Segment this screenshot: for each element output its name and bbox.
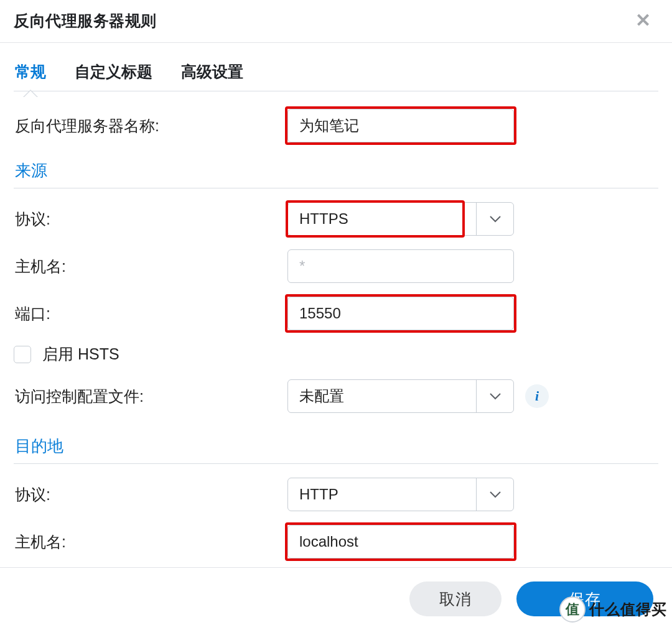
row-dest-protocol: 协议: HTTP bbox=[14, 478, 658, 511]
label-enable-hsts: 启用 HSTS bbox=[42, 344, 119, 364]
section-heading-destination: 目的地 bbox=[14, 435, 658, 457]
row-name: 反向代理服务器名称: bbox=[14, 109, 658, 142]
source-hostname-input[interactable] bbox=[287, 249, 514, 283]
enable-hsts-checkbox[interactable] bbox=[14, 346, 31, 363]
tab-bar: 常规 自定义标题 高级设置 bbox=[14, 62, 658, 91]
reverse-proxy-dialog: 反向代理服务器规则 ✕ 常规 自定义标题 高级设置 反向代理服务器名称: 来源 bbox=[0, 0, 672, 630]
source-protocol-select[interactable]: HTTPS bbox=[287, 202, 514, 236]
dest-protocol-value: HTTP bbox=[288, 486, 476, 503]
label-source-protocol: 协议: bbox=[14, 209, 287, 229]
dialog-body: 常规 自定义标题 高级设置 反向代理服务器名称: 来源 协议: bbox=[0, 43, 672, 567]
chevron-down-icon bbox=[476, 203, 513, 235]
tab-custom-headers[interactable]: 自定义标题 bbox=[73, 62, 154, 91]
chevron-down-icon bbox=[476, 478, 513, 511]
label-name: 反向代理服务器名称: bbox=[14, 116, 287, 136]
cancel-button[interactable]: 取消 bbox=[409, 581, 502, 616]
tab-advanced[interactable]: 高级设置 bbox=[180, 62, 245, 91]
label-source-hostname: 主机名: bbox=[14, 256, 287, 277]
dest-hostname-input[interactable] bbox=[287, 525, 514, 558]
dialog-header: 反向代理服务器规则 ✕ bbox=[0, 0, 672, 43]
access-profile-value: 未配置 bbox=[288, 386, 476, 406]
watermark: 值 什么值得买 bbox=[559, 596, 670, 623]
watermark-icon: 值 bbox=[559, 596, 586, 623]
dialog-title: 反向代理服务器规则 bbox=[14, 11, 157, 31]
name-input[interactable] bbox=[287, 109, 514, 142]
general-form: 反向代理服务器名称: 来源 协议: HTTPS bbox=[14, 109, 658, 567]
source-protocol-value: HTTPS bbox=[288, 210, 476, 228]
row-access-profile: 访问控制配置文件: 未配置 i bbox=[14, 379, 658, 413]
chevron-down-icon bbox=[476, 380, 513, 412]
row-source-protocol: 协议: HTTPS bbox=[14, 202, 658, 236]
tab-general[interactable]: 常规 bbox=[14, 62, 47, 91]
label-dest-hostname: 主机名: bbox=[14, 532, 287, 552]
source-port-input[interactable] bbox=[287, 297, 514, 330]
close-icon[interactable]: ✕ bbox=[633, 10, 653, 31]
label-dest-protocol: 协议: bbox=[14, 484, 287, 505]
access-profile-select[interactable]: 未配置 bbox=[287, 379, 514, 413]
row-dest-hostname: 主机名: bbox=[14, 525, 658, 558]
row-source-port: 端口: bbox=[14, 297, 658, 330]
label-source-port: 端口: bbox=[14, 303, 287, 324]
dest-protocol-select[interactable]: HTTP bbox=[287, 478, 514, 511]
info-icon[interactable]: i bbox=[525, 384, 549, 408]
row-source-hostname: 主机名: bbox=[14, 249, 658, 283]
label-access-profile: 访问控制配置文件: bbox=[14, 386, 287, 407]
watermark-text: 什么值得买 bbox=[589, 600, 670, 619]
section-heading-source: 来源 bbox=[14, 160, 658, 182]
divider bbox=[14, 463, 658, 464]
row-enable-hsts: 启用 HSTS bbox=[14, 344, 658, 364]
divider bbox=[14, 188, 658, 188]
